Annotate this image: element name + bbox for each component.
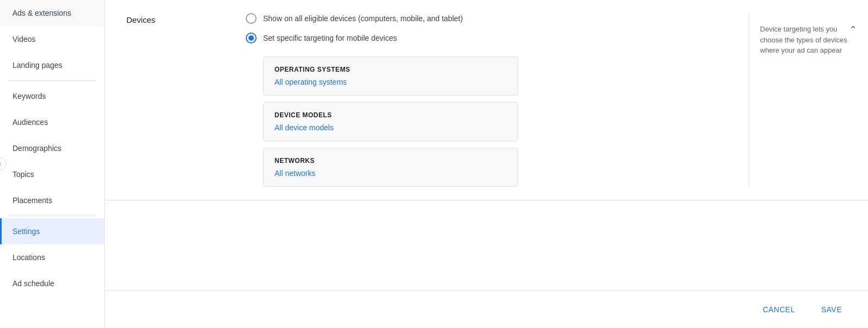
card-link-networks[interactable]: All networks xyxy=(275,169,315,178)
cancel-button[interactable]: CANCEL xyxy=(754,300,804,319)
sidebar-item-keywords[interactable]: Keywords xyxy=(0,83,104,109)
card-title-networks: NETWORKS xyxy=(275,157,507,165)
card-title-device-models: DEVICE MODELS xyxy=(275,111,507,119)
main-content: Devices Show on all eligible devices (co… xyxy=(105,0,868,328)
sidebar-item-ad-schedule[interactable]: Ad schedule xyxy=(0,270,104,297)
content-area: Devices Show on all eligible devices (co… xyxy=(105,0,868,291)
targeting-cards: OPERATING SYSTEMSAll operating systemsDE… xyxy=(246,56,749,187)
radio-specific-targeting[interactable]: Set specific targeting for mobile device… xyxy=(246,33,749,43)
card-link-operating-systems[interactable]: All operating systems xyxy=(275,78,347,86)
targeting-card-networks: NETWORKSAll networks xyxy=(263,148,518,187)
help-panel: Device targeting lets you choose the typ… xyxy=(749,13,868,187)
save-button[interactable]: SAVE xyxy=(813,300,851,319)
devices-section-title: Devices xyxy=(126,15,155,24)
devices-section: Devices Show on all eligible devices (co… xyxy=(105,0,868,200)
devices-options: Show on all eligible devices (computers,… xyxy=(246,13,749,187)
card-title-operating-systems: OPERATING SYSTEMS xyxy=(275,66,507,73)
radio-circle-specific xyxy=(246,33,257,43)
divider-after-placements xyxy=(9,216,95,216)
sidebar-item-demographics[interactable]: Demographics xyxy=(0,135,104,161)
divider-after-landing-pages xyxy=(9,80,95,81)
radio-circle-all-devices xyxy=(246,13,257,24)
help-text: Device targeting lets you choose the typ… xyxy=(760,24,849,56)
sidebar-item-placements[interactable]: Placements xyxy=(0,187,104,213)
footer: CANCEL SAVE xyxy=(105,291,868,328)
chevron-up-icon[interactable]: ⌃ xyxy=(849,24,857,36)
sidebar-item-topics[interactable]: Topics xyxy=(0,161,104,187)
sidebar-item-locations[interactable]: Locations xyxy=(0,244,104,270)
card-link-device-models[interactable]: All device models xyxy=(275,123,334,132)
sidebar: ‹ Ads & extensionsVideosLanding pagesKey… xyxy=(0,0,105,328)
radio-all-devices[interactable]: Show on all eligible devices (computers,… xyxy=(246,13,749,24)
sidebar-item-landing-pages[interactable]: Landing pages xyxy=(0,52,104,78)
sidebar-item-audiences[interactable]: Audiences xyxy=(0,109,104,135)
devices-label: Devices xyxy=(105,13,246,187)
targeting-card-device-models: DEVICE MODELSAll device models xyxy=(263,102,518,141)
radio-label-specific: Set specific targeting for mobile device… xyxy=(263,34,397,42)
targeting-card-operating-systems: OPERATING SYSTEMSAll operating systems xyxy=(263,56,518,96)
chevron-left-icon: ‹ xyxy=(0,160,1,168)
radio-label-all-devices: Show on all eligible devices (computers,… xyxy=(263,14,463,23)
sidebar-item-settings[interactable]: Settings xyxy=(0,218,104,244)
sidebar-item-videos[interactable]: Videos xyxy=(0,26,104,52)
sidebar-item-ads-extensions[interactable]: Ads & extensions xyxy=(0,0,104,26)
